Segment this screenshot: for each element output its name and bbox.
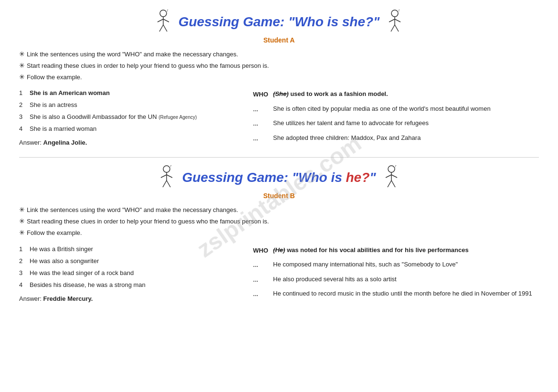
right-col-a: WHO (She) used to work as a fashion mode… <box>253 89 539 148</box>
svg-line-5 <box>159 25 163 32</box>
figure-left-a: ? <box>153 10 174 34</box>
clue-b-3: 3 He was the lead singer of a rock band <box>19 269 243 276</box>
clue-b-2: 2 He was also a songwriter <box>19 257 243 265</box>
title-row-b: ? Guessing Game: "Who is he?" ? <box>19 165 539 190</box>
instructions-b: ✳Link the sentences using the word "WHO"… <box>19 204 539 238</box>
clue-a-3: 3 She is also a Goodwill Ambassador for … <box>19 113 243 120</box>
svg-line-20 <box>167 180 170 187</box>
section-b: ? Guessing Game: "Who is he?" ? Student … <box>19 165 539 303</box>
who-clue-b-2: ... He composed many international hits,… <box>253 260 539 270</box>
svg-line-6 <box>163 25 167 32</box>
svg-line-3 <box>158 19 163 22</box>
student-label-b: Student B <box>19 192 539 200</box>
title-a: Guessing Game: "Who is she?" <box>179 14 380 30</box>
clue-b-4: 4 Besides his disease, he was a strong m… <box>19 281 243 288</box>
answer-b: Answer: Freddie Mercury. <box>19 295 243 302</box>
answer-a: Answer: Angelina Jolie. <box>19 139 243 146</box>
svg-line-13 <box>395 25 399 32</box>
clue-a-2: 2 She is an actress <box>19 101 243 108</box>
svg-line-11 <box>395 19 400 22</box>
who-clue-a-1: WHO (She) used to work as a fashion mode… <box>253 89 539 99</box>
instructions-a: ✳Link the sentences using the word "WHO"… <box>19 49 539 83</box>
clue-a-1: 1 She is an American woman <box>19 89 243 96</box>
who-clue-a-4: ... She adopted three children: Maddox, … <box>253 133 539 143</box>
two-col-b: 1 He was a British singer 2 He was also … <box>19 245 539 304</box>
svg-line-10 <box>389 19 395 22</box>
left-col-b: 1 He was a British singer 2 He was also … <box>19 245 253 304</box>
title-b: Guessing Game: "Who is he?" <box>182 170 376 185</box>
right-col-b: WHO (He) was noted for his vocal abiliti… <box>253 245 539 304</box>
svg-line-27 <box>391 180 395 187</box>
instruction-a-3: ✳Follow the example. <box>19 72 539 83</box>
svg-line-12 <box>391 25 395 32</box>
instruction-a-2: ✳Start reading these clues in order to h… <box>19 60 539 72</box>
svg-line-26 <box>388 180 391 187</box>
who-clue-a-2: ... She is often cited by popular media … <box>253 104 539 114</box>
title-row-a: ? Guessing Game: "Who is she?" ? <box>19 10 539 34</box>
who-clue-a-3: ... She utilizes her talent and fame to … <box>253 118 539 128</box>
left-col-a: 1 She is an American woman 2 She is an a… <box>19 89 253 148</box>
instruction-b-1: ✳Link the sentences using the word "WHO"… <box>19 204 539 216</box>
figure-right-a: ? <box>384 10 405 34</box>
svg-point-0 <box>160 10 167 17</box>
svg-text:?: ? <box>398 10 400 12</box>
two-col-a: 1 She is an American woman 2 She is an a… <box>19 89 539 148</box>
svg-line-4 <box>163 19 169 22</box>
instruction-a-1: ✳Link the sentences using the word "WHO"… <box>19 49 539 60</box>
svg-point-21 <box>388 166 395 172</box>
svg-line-19 <box>163 180 167 187</box>
who-clue-b-1: WHO (He) was noted for his vocal abiliti… <box>253 245 539 255</box>
svg-line-25 <box>391 175 397 178</box>
section-divider <box>19 157 539 158</box>
clue-a-4: 4 She is a married woman <box>19 125 243 132</box>
svg-line-17 <box>161 175 167 178</box>
svg-text:?: ? <box>169 165 172 168</box>
svg-line-24 <box>386 175 391 178</box>
svg-line-18 <box>167 175 172 178</box>
svg-point-7 <box>391 10 398 17</box>
who-clue-b-4: ... He continued to record music in the … <box>253 289 539 299</box>
svg-text:?: ? <box>394 165 397 168</box>
figure-left-b: ? <box>156 165 177 190</box>
svg-point-14 <box>163 166 170 172</box>
instruction-b-3: ✳Follow the example. <box>19 227 539 239</box>
instruction-b-2: ✳Start reading these clues in order to h… <box>19 216 539 227</box>
svg-text:?: ? <box>166 10 169 12</box>
who-clue-b-3: ... He also produced several hits as a s… <box>253 275 539 285</box>
clue-b-1: 1 He was a British singer <box>19 245 243 253</box>
student-label-a: Student A <box>19 36 539 44</box>
section-a: ? Guessing Game: "Who is she?" ? Student… <box>19 10 539 148</box>
figure-right-b: ? <box>381 165 402 190</box>
